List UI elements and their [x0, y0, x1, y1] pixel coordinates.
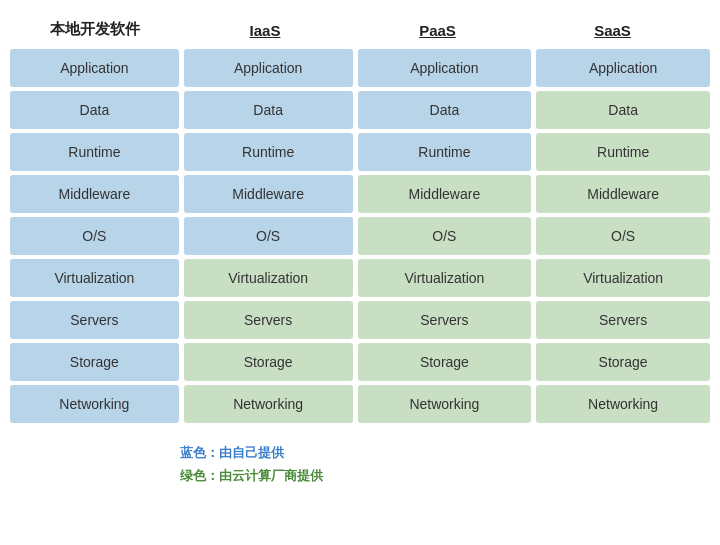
cell-col1-row6: Servers: [184, 301, 353, 339]
cell-col2-row8: Networking: [358, 385, 532, 423]
cell-col3-row1: Data: [536, 91, 710, 129]
cell-col0-row4: O/S: [10, 217, 179, 255]
legend-blue: 蓝色：由自己提供: [180, 441, 710, 464]
cell-col3-row2: Runtime: [536, 133, 710, 171]
cell-col3-row7: Storage: [536, 343, 710, 381]
cell-col0-row3: Middleware: [10, 175, 179, 213]
cell-col0-row7: Storage: [10, 343, 179, 381]
cell-col3-row4: O/S: [536, 217, 710, 255]
legend: 蓝色：由自己提供 绿色：由云计算厂商提供: [10, 441, 710, 488]
cell-col1-row0: Application: [184, 49, 353, 87]
legend-green: 绿色：由云计算厂商提供: [180, 464, 710, 487]
col1-column: ApplicationDataRuntimeMiddlewareO/SVirtu…: [184, 49, 353, 423]
cell-col3-row8: Networking: [536, 385, 710, 423]
cell-col2-row5: Virtualization: [358, 259, 532, 297]
cell-col3-row6: Servers: [536, 301, 710, 339]
cell-col3-row0: Application: [536, 49, 710, 87]
cell-col3-row3: Middleware: [536, 175, 710, 213]
cell-col1-row5: Virtualization: [184, 259, 353, 297]
cell-col2-row2: Runtime: [358, 133, 532, 171]
col3-column: ApplicationDataRuntimeMiddlewareO/SVirtu…: [536, 49, 710, 423]
cell-col2-row1: Data: [358, 91, 532, 129]
cell-col1-row7: Storage: [184, 343, 353, 381]
cell-col0-row1: Data: [10, 91, 179, 129]
cell-col0-row6: Servers: [10, 301, 179, 339]
col0-column: ApplicationDataRuntimeMiddlewareO/SVirtu…: [10, 49, 179, 423]
cell-col2-row0: Application: [358, 49, 532, 87]
header-row: 本地开发软件 IaaS PaaS SaaS: [10, 20, 710, 39]
col2-header: PaaS: [350, 22, 525, 39]
cell-col2-row3: Middleware: [358, 175, 532, 213]
cell-col0-row5: Virtualization: [10, 259, 179, 297]
cell-col2-row4: O/S: [358, 217, 532, 255]
col1-header: IaaS: [180, 22, 350, 39]
comparison-grid: ApplicationDataRuntimeMiddlewareO/SVirtu…: [10, 49, 710, 423]
col3-header: SaaS: [525, 22, 700, 39]
cell-col1-row8: Networking: [184, 385, 353, 423]
cell-col0-row8: Networking: [10, 385, 179, 423]
col2-column: ApplicationDataRuntimeMiddlewareO/SVirtu…: [358, 49, 532, 423]
cell-col3-row5: Virtualization: [536, 259, 710, 297]
cell-col2-row7: Storage: [358, 343, 532, 381]
cell-col1-row2: Runtime: [184, 133, 353, 171]
cell-col1-row4: O/S: [184, 217, 353, 255]
cell-col0-row2: Runtime: [10, 133, 179, 171]
cell-col2-row6: Servers: [358, 301, 532, 339]
cell-col1-row1: Data: [184, 91, 353, 129]
cell-col0-row0: Application: [10, 49, 179, 87]
col0-header: 本地开发软件: [10, 20, 180, 39]
cell-col1-row3: Middleware: [184, 175, 353, 213]
